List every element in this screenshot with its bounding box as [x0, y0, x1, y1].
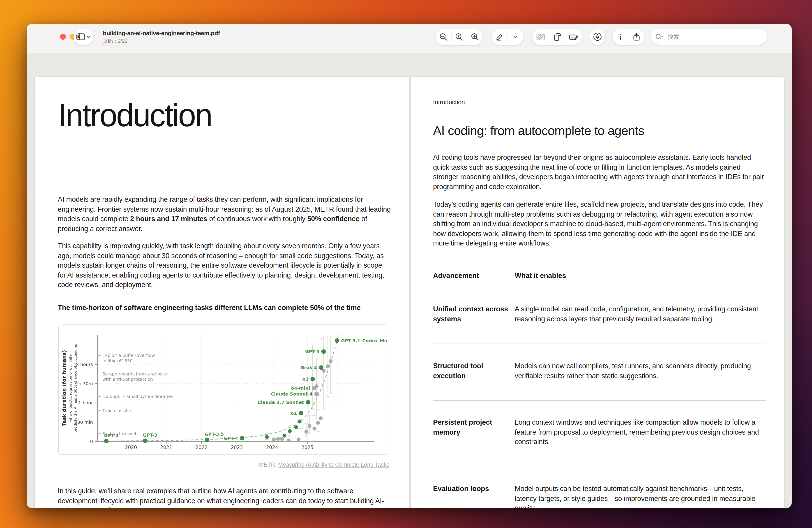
svg-text:Grok 4: Grok 4	[301, 365, 317, 370]
redact-icon	[536, 32, 546, 41]
chart-source-caption: METR, Measuring AI Ability to Complete L…	[58, 462, 389, 468]
pdf-page-left: Introduction AI models are rapidly expan…	[35, 77, 409, 508]
zoom-controls-group: 1	[436, 29, 483, 45]
annotation-tools-group	[532, 29, 582, 45]
window-title-area: building-an-ai-native-engineering-team.p…	[103, 30, 220, 45]
markup-tool-group	[492, 29, 523, 45]
zoom-in-icon	[470, 32, 480, 41]
pen-circle-icon	[593, 32, 602, 42]
table-row-label: Unified context across systems	[433, 304, 512, 324]
chevron-down-icon	[87, 35, 91, 38]
svg-text:2024: 2024	[266, 445, 278, 450]
table-header-divider	[433, 288, 766, 288]
toolbar: building-an-ai-native-engineering-team.p…	[27, 24, 792, 53]
svg-text:Fix bugs in small python libra: Fix bugs in small python libraries	[102, 394, 173, 399]
close-window-button[interactable]	[60, 34, 66, 40]
zoom-out-button[interactable]	[436, 29, 451, 45]
svg-text:2020: 2020	[125, 445, 137, 450]
svg-text:Scrape records from a website: Scrape records from a website	[102, 371, 168, 376]
show-markup-toolbar-button[interactable]	[589, 29, 605, 45]
svg-text:0: 0	[90, 439, 93, 444]
chevron-down-icon	[513, 35, 518, 39]
search-input[interactable]	[667, 33, 750, 40]
table-row-value: Long context windows and techniques like…	[515, 417, 766, 446]
table-row-label: Structured tool execution	[433, 361, 512, 381]
svg-text:o4-mini: o4-mini	[291, 385, 310, 391]
rotate-button[interactable]	[549, 29, 565, 45]
svg-text:Task duration (for humans): Task duration (for humans)	[61, 350, 67, 426]
search-icon	[655, 33, 664, 40]
svg-text:o3: o3	[303, 376, 309, 382]
document-title: building-an-ai-native-engineering-team.p…	[103, 30, 220, 37]
svg-text:2 hours: 2 hours	[76, 362, 93, 367]
info-button[interactable]	[613, 29, 628, 45]
chart-title: The time-horizon of software engineering…	[58, 304, 392, 312]
fill-and-sign-button[interactable]	[565, 29, 582, 45]
document-content-area: Introduction AI models are rapidly expan…	[27, 53, 792, 508]
desktop-wallpaper: building-an-ai-native-engineering-team.p…	[0, 0, 812, 528]
svg-text:Exploit a buffer-overflow: Exploit a buffer-overflow	[102, 353, 155, 358]
table-row-divider	[433, 343, 766, 343]
svg-text:1: 1	[458, 34, 460, 38]
svg-text:GPT-5.1-Codex-Max: GPT-5.1-Codex-Max	[341, 338, 388, 343]
svg-text:Train classifier: Train classifier	[102, 408, 133, 413]
running-head: Introduction	[433, 99, 465, 105]
svg-text:GPT-4: GPT-4	[223, 436, 238, 441]
section-paragraph-2: Today’s coding agents can generate entir…	[433, 199, 766, 248]
sidebar-toggle-button[interactable]	[74, 29, 93, 45]
pdf-viewer-window: building-an-ai-native-engineering-team.p…	[27, 24, 792, 508]
svg-text:30 min: 30 min	[77, 419, 93, 425]
text-field-pencil-icon	[569, 32, 579, 41]
svg-text:GPT-3: GPT-3	[143, 432, 157, 438]
source-prefix: METR,	[259, 462, 278, 468]
intro-paragraph-2: This capability is improving quickly, wi…	[58, 241, 392, 289]
page-indicator: 页码：2/20	[103, 38, 220, 45]
svg-text:2025: 2025	[301, 445, 313, 450]
source-link[interactable]: Measuring AI Ability to Complete Long Ta…	[278, 462, 389, 468]
info-icon	[616, 32, 625, 41]
actual-size-icon: 1	[455, 32, 464, 41]
svg-text:2023: 2023	[231, 445, 243, 450]
redact-button[interactable]	[532, 29, 549, 45]
svg-text:in libiec61850: in libiec61850	[102, 358, 133, 363]
rotate-icon	[552, 32, 562, 42]
svg-text:predicts the AI has a 50% chan: predicts the AI has a 50% chance of succ…	[73, 344, 77, 432]
table-row-value: A single model can read code, configurat…	[515, 304, 766, 324]
sidebar-icon	[76, 33, 85, 41]
section-heading: AI coding: from autocomplete to agents	[433, 124, 644, 138]
svg-text:GPT-3.5: GPT-3.5	[205, 431, 224, 437]
markup-options-button[interactable]	[508, 29, 523, 45]
table-row-label: Persistent project memory	[433, 417, 512, 437]
svg-text:1h 30m: 1h 30m	[75, 381, 93, 386]
task-horizon-chart: 030 min1 hour1h 30m2 hours20202021202220…	[58, 325, 388, 455]
page-title: Introduction	[58, 99, 212, 132]
svg-text:Claude 3.7 Sonnet: Claude 3.7 Sonnet	[258, 400, 304, 405]
markup-pen-icon	[495, 32, 504, 41]
section-paragraph-1: AI coding tools have progressed far beyo…	[433, 153, 766, 191]
info-share-group	[613, 29, 644, 45]
table-row-divider	[433, 467, 766, 467]
table-row-divider	[433, 400, 766, 401]
svg-text:with anti-bot protection: with anti-bot protection	[102, 377, 153, 382]
svg-text:where logistic regression of o: where logistic regression of our data	[68, 354, 73, 422]
table-row-value: Models can now call compilers, test runn…	[515, 361, 766, 381]
closing-paragraph: In this guide, we’ll share real examples…	[58, 486, 392, 508]
zoom-in-button[interactable]	[467, 29, 483, 45]
table-row-label: Evaluation loops	[433, 484, 512, 494]
search-field[interactable]	[651, 29, 767, 45]
chart-canvas: 030 min1 hour1h 30m2 hours20202021202220…	[59, 325, 388, 454]
table-header-enables: What it enables	[515, 272, 566, 280]
table-header-advancement: Advancement	[433, 272, 479, 280]
svg-text:GPT-5: GPT-5	[305, 349, 320, 354]
svg-text:Claude Sonnet 4: Claude Sonnet 4	[271, 391, 313, 397]
svg-text:GPT-2: GPT-2	[104, 433, 118, 438]
table-row-value: Model outputs can be tested automaticall…	[515, 484, 766, 508]
svg-text:2021: 2021	[160, 445, 172, 450]
intro-paragraph-1: AI models are rapidly expanding the rang…	[58, 195, 392, 233]
markup-pen-button[interactable]	[492, 29, 507, 45]
share-button[interactable]	[628, 29, 644, 45]
svg-text:2022: 2022	[195, 445, 207, 450]
actual-size-button[interactable]: 1	[452, 29, 467, 45]
svg-text:o1: o1	[291, 411, 297, 416]
svg-text:1 hour: 1 hour	[78, 400, 93, 405]
